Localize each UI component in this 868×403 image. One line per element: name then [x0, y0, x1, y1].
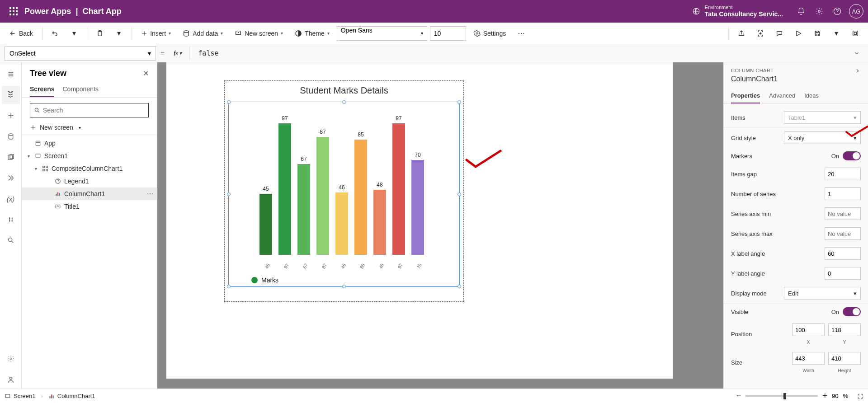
position-y-input[interactable]: [828, 323, 861, 336]
caret-icon[interactable]: ▾: [25, 154, 32, 159]
rail-search-icon[interactable]: [2, 231, 20, 249]
font-size-input[interactable]: [430, 26, 466, 41]
composite-chart-container[interactable]: Student Marks Details 459767874685489770…: [224, 80, 464, 302]
tree-item-screen1[interactable]: ▾ Screen1: [22, 150, 157, 162]
zoom-thumb[interactable]: [783, 393, 786, 399]
size-width-input[interactable]: [792, 352, 825, 365]
breadcrumb-selected-label: ColumnChart1: [57, 393, 95, 399]
resize-handle[interactable]: [458, 192, 461, 196]
new-screen-button[interactable]: New screen ▾: [230, 27, 288, 40]
rail-variables-icon[interactable]: (x): [2, 190, 20, 208]
chart-bar: 87: [316, 137, 329, 255]
rail-insert-icon[interactable]: [2, 107, 20, 125]
formula-input[interactable]: [194, 46, 845, 61]
publish-button[interactable]: [847, 25, 863, 42]
breadcrumb-selected[interactable]: ColumnChart1: [48, 393, 95, 399]
share-button[interactable]: [733, 25, 750, 42]
tree-item-columnchart[interactable]: ColumnChart1 ⋯: [22, 187, 157, 200]
rail-hamburger-icon[interactable]: [2, 65, 20, 83]
resize-handle[interactable]: [342, 100, 346, 104]
rail-power-automate-icon[interactable]: [2, 169, 20, 187]
fit-to-screen-button[interactable]: [857, 393, 863, 399]
undo-button[interactable]: [47, 25, 63, 42]
num-series-input[interactable]: [825, 187, 861, 200]
tree-item-title1[interactable]: Title1: [22, 200, 157, 213]
x-angle-input[interactable]: [825, 247, 861, 260]
paste-dropdown[interactable]: ▾: [111, 25, 127, 42]
add-data-button[interactable]: Add data ▾: [178, 27, 227, 40]
rail-settings-icon[interactable]: [2, 350, 20, 368]
visible-toggle[interactable]: [843, 307, 861, 316]
resize-handle[interactable]: [227, 285, 231, 288]
resize-handle[interactable]: [458, 285, 461, 288]
size-height-input[interactable]: [828, 352, 861, 365]
zoom-out-button[interactable]: −: [736, 391, 741, 401]
breadcrumb-screen-label: Screen1: [14, 393, 35, 399]
zoom-slider[interactable]: [745, 395, 818, 397]
resize-handle[interactable]: [227, 192, 231, 196]
chevron-down-icon: ▾: [421, 31, 423, 36]
settings-button[interactable]: Settings: [469, 27, 511, 40]
tab-screens[interactable]: Screens: [30, 82, 54, 97]
insert-button[interactable]: Insert ▾: [137, 27, 175, 40]
fx-label[interactable]: fx▾: [169, 46, 190, 61]
breadcrumb-screen[interactable]: Screen1: [5, 393, 35, 399]
settings-icon[interactable]: [810, 2, 828, 20]
font-family-select[interactable]: Open Sans ▾: [337, 26, 427, 41]
screen-icon: [235, 30, 242, 37]
items-select[interactable]: Table1 ▾: [784, 111, 861, 124]
axis-max-input[interactable]: [825, 227, 861, 240]
display-mode-select[interactable]: Edit ▾: [784, 287, 861, 300]
tree-search[interactable]: [30, 103, 149, 117]
rail-tree-view-icon[interactable]: [2, 86, 20, 104]
comments-button[interactable]: [771, 25, 788, 42]
save-button[interactable]: [809, 25, 826, 42]
expand-pane-icon[interactable]: [854, 68, 861, 74]
back-button[interactable]: Back: [5, 27, 38, 40]
resize-handle[interactable]: [458, 100, 461, 104]
column-chart-selection[interactable]: 459767874685489770 459767874685489770 Ma…: [228, 102, 460, 287]
more-icon[interactable]: ⋯: [147, 190, 153, 197]
more-button[interactable]: ⋯: [513, 25, 529, 42]
environment-picker[interactable]: Environment Tata Consultancy Servic...: [692, 5, 783, 18]
notifications-icon[interactable]: [792, 2, 810, 20]
help-icon[interactable]: [828, 2, 846, 20]
tree-close-button[interactable]: ✕: [143, 69, 149, 78]
y-angle-input[interactable]: [825, 267, 861, 280]
rail-tools-icon[interactable]: [2, 211, 20, 229]
undo-dropdown[interactable]: ▾: [66, 25, 82, 42]
items-gap-input[interactable]: [825, 168, 861, 180]
theme-button[interactable]: Theme ▾: [290, 27, 334, 40]
app-checker-button[interactable]: [752, 25, 769, 42]
property-selector[interactable]: OnSelect ▾: [5, 46, 156, 61]
screen-canvas[interactable]: Student Marks Details 459767874685489770…: [166, 62, 673, 379]
tab-advanced[interactable]: Advanced: [769, 89, 795, 103]
app-launcher-icon[interactable]: [5, 2, 23, 20]
rail-media-icon[interactable]: [2, 148, 20, 166]
preview-button[interactable]: [790, 25, 807, 42]
rail-ask-icon[interactable]: [2, 370, 20, 389]
user-avatar[interactable]: AG: [849, 4, 863, 19]
markers-toggle[interactable]: [843, 151, 861, 160]
canvas-area[interactable]: Student Marks Details 459767874685489770…: [157, 62, 723, 389]
search-input[interactable]: [43, 107, 145, 114]
formula-expand-button[interactable]: [850, 47, 863, 60]
axis-min-input[interactable]: [825, 207, 861, 220]
paste-button[interactable]: [92, 25, 108, 42]
new-screen-button[interactable]: New screen ▾: [22, 120, 157, 135]
tree-item-app[interactable]: App: [22, 137, 157, 150]
tab-components[interactable]: Components: [62, 82, 98, 97]
zoom-in-button[interactable]: +: [822, 391, 827, 401]
save-dropdown[interactable]: ▾: [828, 25, 844, 42]
zoom-value: 90: [832, 393, 838, 399]
position-x-input[interactable]: [792, 323, 825, 336]
tree-item-composite[interactable]: ▾ CompositeColumnChart1: [22, 162, 157, 175]
caret-icon[interactable]: ▾: [33, 166, 39, 171]
resize-handle[interactable]: [227, 100, 231, 104]
rail-data-icon[interactable]: [2, 127, 20, 145]
tab-properties[interactable]: Properties: [731, 89, 760, 103]
resize-handle[interactable]: [342, 285, 346, 288]
tab-ideas[interactable]: Ideas: [804, 89, 819, 103]
legend-marker-icon: [251, 277, 258, 283]
tree-item-legend[interactable]: Legend1: [22, 175, 157, 187]
